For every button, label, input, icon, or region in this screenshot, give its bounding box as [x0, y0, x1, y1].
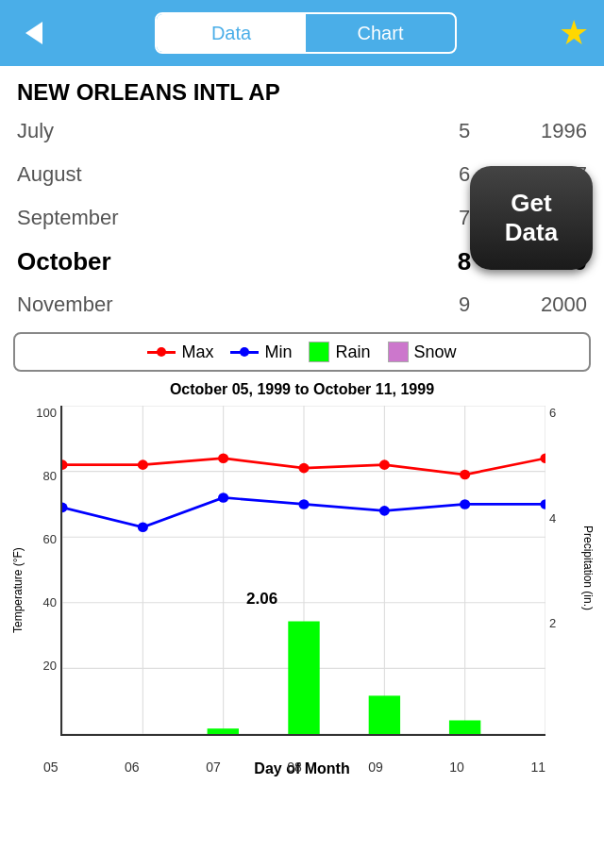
svg-point-21 — [379, 459, 390, 470]
favorite-button[interactable]: ★ — [559, 16, 589, 50]
month-label: July — [17, 119, 436, 143]
month-label: August — [17, 162, 436, 187]
month-label: November — [17, 292, 436, 317]
y-right-tick: 6 — [549, 406, 556, 420]
chart-title: October 05, 1999 to October 11, 1999 — [9, 377, 595, 400]
svg-point-20 — [298, 463, 309, 474]
y-tick: 100 — [36, 406, 57, 420]
month-label: September — [17, 206, 436, 230]
svg-point-17 — [62, 459, 68, 470]
y-tick: 20 — [43, 659, 57, 673]
y-tick: 40 — [43, 595, 57, 609]
x-label: 05 — [43, 760, 59, 775]
legend-rain: Rain — [309, 342, 370, 362]
y-right-axis-title: Precipitation (in.) — [581, 400, 595, 759]
svg-point-25 — [138, 522, 148, 532]
legend-max: Max — [147, 342, 213, 362]
svg-rect-15 — [369, 695, 400, 734]
y-axis-left: 100 80 60 40 20 0 — [26, 400, 60, 759]
legend-snow-label: Snow — [414, 342, 457, 362]
svg-point-28 — [379, 506, 390, 516]
month-label: October — [17, 247, 436, 276]
svg-point-30 — [540, 499, 545, 509]
legend-snow: Snow — [388, 342, 457, 362]
date-scroll-list[interactable]: July 5 1996 August 6 1997 September 7 19… — [0, 109, 604, 326]
svg-point-23 — [540, 453, 545, 463]
x-label: 08 — [287, 760, 302, 775]
year-label: 2000 — [493, 292, 587, 317]
legend-min: Min — [230, 342, 292, 362]
min-line-icon — [230, 351, 259, 354]
chart-legend: Max Min Rain Snow — [13, 332, 591, 372]
view-toggle: Data Chart — [155, 12, 457, 54]
svg-point-18 — [138, 459, 148, 470]
x-label: 09 — [368, 760, 383, 775]
y-tick: 60 — [43, 532, 57, 546]
chart-plot-area: 2.06 — [60, 406, 545, 736]
svg-point-27 — [298, 499, 309, 509]
svg-rect-16 — [449, 721, 480, 735]
legend-max-label: Max — [181, 342, 213, 362]
svg-point-24 — [62, 503, 68, 513]
y-left-axis-title: Temperature (°F) — [9, 400, 26, 759]
week-num: 9 — [436, 292, 493, 317]
get-data-button[interactable]: Get Data — [470, 166, 593, 270]
list-item[interactable]: July 5 1996 — [0, 109, 604, 153]
precip-value-label: 2.06 — [246, 590, 277, 609]
max-line-icon — [147, 351, 176, 354]
week-num: 5 — [436, 119, 493, 143]
svg-point-22 — [460, 470, 470, 480]
back-button[interactable] — [15, 14, 53, 52]
back-icon — [25, 22, 42, 44]
y-right-tick: 2 — [549, 616, 556, 630]
rain-box-icon — [309, 342, 329, 362]
svg-rect-13 — [208, 728, 239, 734]
x-axis-labels: 05 06 07 08 09 10 11 — [43, 757, 545, 777]
x-label: 07 — [206, 760, 221, 775]
x-label: 06 — [125, 760, 140, 775]
station-title: NEW ORLEANS INTL AP — [0, 66, 604, 109]
x-label: 11 — [530, 760, 545, 775]
chart-container: Temperature (°F) 100 80 60 40 20 0 — [9, 400, 595, 759]
svg-point-19 — [218, 453, 228, 463]
app-header: Data Chart ★ — [0, 0, 604, 66]
tab-data[interactable]: Data — [157, 14, 306, 52]
get-data-line2: Data — [505, 218, 558, 247]
svg-point-29 — [460, 499, 470, 509]
x-label: 10 — [449, 760, 464, 775]
year-label: 1996 — [493, 119, 587, 143]
y-axis-right: 6 4 2 0 — [545, 400, 581, 759]
y-tick: 80 — [43, 469, 57, 483]
snow-box-icon — [388, 342, 409, 362]
svg-rect-14 — [288, 622, 319, 734]
get-data-line1: Get — [511, 189, 551, 218]
legend-rain-label: Rain — [335, 342, 370, 362]
legend-min-label: Min — [264, 342, 292, 362]
tab-chart[interactable]: Chart — [306, 14, 455, 52]
y-right-tick: 4 — [549, 511, 556, 526]
svg-point-26 — [218, 492, 228, 503]
main-chart: October 05, 1999 to October 11, 1999 Tem… — [9, 377, 595, 777]
list-item[interactable]: November 9 2000 — [0, 283, 604, 326]
